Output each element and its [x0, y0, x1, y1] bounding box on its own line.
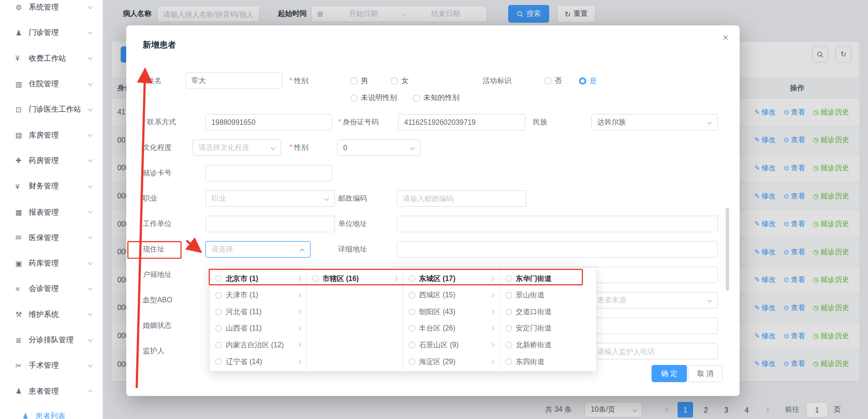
sidebar-item-surgery-management[interactable]: ✂ 手术管理 — [0, 353, 102, 378]
outpatient-management-icon: ♟ — [15, 29, 29, 37]
active-flag-radio-yes[interactable]: 是 — [579, 73, 597, 89]
cascader-option[interactable]: 丰台区 (26) — [403, 320, 499, 337]
cascader-option[interactable]: 石景山区 (9) — [403, 337, 499, 354]
radio-icon — [409, 358, 415, 365]
name-input[interactable] — [185, 73, 282, 89]
cascader-column-4: 东华门街道 景山街道 交道口街道 安定门街道 北新桥街道 东四街道 — [499, 268, 596, 371]
sidebar-item-pharmacy-management[interactable]: ✚ 药房管理 — [0, 148, 102, 173]
gender-code-select[interactable]: 0 — [337, 139, 421, 156]
cascader-option[interactable]: 辽宁省 (14) — [210, 353, 306, 370]
gender-radio-male[interactable]: 男 — [350, 73, 368, 89]
chevron-right-icon — [297, 360, 302, 364]
cascader-option[interactable]: 安定门街道 — [499, 320, 596, 337]
sidebar-item-report-management[interactable]: ▦ 报表管理 — [0, 199, 102, 225]
cascader-option[interactable]: 东城区 (17) — [403, 271, 499, 287]
guardian-label: 监护人 — [143, 343, 165, 360]
chevron-right-icon — [297, 276, 302, 281]
chevron-right-icon — [297, 293, 302, 298]
sidebar-item-system-management[interactable]: ⚙ 系统管理 — [0, 0, 102, 20]
occupation-select[interactable]: 职业 — [205, 190, 335, 207]
contact-input[interactable] — [205, 114, 332, 131]
gender-radio-unknown[interactable]: 未知的性别 — [413, 89, 459, 106]
report-management-icon: ▦ — [15, 208, 29, 216]
sidebar-item-patient-management[interactable]: ♟ 患者管理 — [0, 379, 102, 404]
cascader-option[interactable]: 市辖区 (16) — [306, 271, 402, 287]
chevron-down-icon — [87, 235, 93, 241]
current-address-select[interactable]: 请选择 — [205, 241, 310, 258]
sidebar-item-insurance-management[interactable]: ✉ 医保管理 — [0, 225, 102, 250]
education-select[interactable]: 请选择文化程度 — [193, 139, 281, 156]
cascader-option[interactable]: 交道口街道 — [499, 304, 596, 320]
chevron-right-icon — [490, 343, 495, 347]
sidebar-item-warehouse-management[interactable]: ▤ 库房管理 — [0, 123, 102, 148]
patient-source-select[interactable]: 患者来源 — [591, 292, 718, 309]
sidebar-item-drug-storage-management[interactable]: ▣ 药库管理 — [0, 251, 102, 276]
charging-workstation-icon: ¥ — [15, 54, 29, 63]
cascader-option[interactable]: 东华门街道 — [499, 271, 596, 287]
cascader-option[interactable]: 海淀区 (29) — [403, 353, 499, 370]
sidebar-item-maintenance-system[interactable]: ⚒ 维护系统 — [0, 302, 102, 327]
postal-code-input[interactable] — [397, 190, 526, 207]
cascader-option[interactable]: 朝阳区 (43) — [403, 304, 499, 320]
radio-icon — [505, 358, 512, 365]
sidebar-item-triage-queue-management[interactable]: ≣ 分诊排队管理 — [0, 327, 102, 353]
radio-icon — [409, 342, 415, 349]
sidebar-item-outpatient-doctor-workstation[interactable]: ⊡ 门诊医生工作站 — [0, 97, 102, 122]
drug-storage-management-icon: ▣ — [15, 259, 29, 267]
sidebar-item-outpatient-management[interactable]: ♟ 门诊管理 — [0, 20, 102, 45]
chevron-down-icon — [87, 363, 93, 369]
marital-status-input[interactable] — [591, 317, 718, 334]
chevron-right-icon — [297, 310, 302, 314]
detail-address-input[interactable] — [397, 241, 718, 258]
cascader-option[interactable]: 北京市 (1) — [210, 271, 306, 287]
cascader-option[interactable]: 河北省 (11) — [210, 304, 306, 320]
chevron-right-icon — [490, 360, 495, 364]
finance-management-icon: ¥ — [15, 182, 29, 191]
chevron-right-icon — [394, 276, 398, 281]
confirm-button[interactable]: 确 定 — [652, 365, 687, 382]
sidebar-item-finance-management[interactable]: ¥ 财务管理 — [0, 174, 102, 199]
surgery-management-icon: ✂ — [15, 361, 29, 370]
chevron-down-icon — [87, 209, 93, 215]
radio-icon — [215, 358, 222, 365]
close-icon[interactable]: × — [723, 32, 728, 44]
radio-icon — [505, 325, 512, 332]
chevron-down-icon — [270, 145, 276, 151]
add-patient-modal: 新增患者 × *姓名 *性别 男 女 活动标识 否 是 未说明性别 未知的性别 … — [126, 25, 740, 396]
chevron-down-icon — [87, 81, 93, 87]
id-number-input[interactable] — [398, 114, 525, 131]
inpatient-management-icon: ▥ — [15, 80, 29, 88]
cascader-option[interactable]: 天津市 (1) — [210, 287, 306, 304]
guardian-phone-input[interactable] — [591, 343, 718, 360]
cascader-option[interactable]: 北新桥街道 — [499, 337, 596, 354]
patient-icon: ♟ — [22, 412, 35, 419]
sidebar-item-inpatient-management[interactable]: ▥ 住院管理 — [0, 71, 102, 97]
insurance-management-icon: ✉ — [15, 233, 29, 242]
cascader-option[interactable]: 内蒙古自治区 (12) — [210, 337, 306, 354]
sidebar-item-consultation-management[interactable]: ≡ 会诊管理 — [0, 276, 102, 301]
sidebar-item-charging-workstation[interactable]: ¥ 收费工作站 — [0, 46, 102, 71]
chevron-down-icon — [707, 298, 713, 304]
cascader-option[interactable]: 西城区 (15) — [403, 287, 499, 304]
cascader-option[interactable]: 景山街道 — [499, 287, 596, 304]
radio-icon — [350, 94, 358, 102]
work-unit-input[interactable] — [205, 216, 335, 232]
chevron-down-icon — [409, 145, 415, 151]
gender-label: *性别 — [289, 73, 308, 89]
radio-checked-icon — [579, 77, 586, 84]
cascader-option[interactable]: 山西省 (11) — [210, 320, 306, 337]
cascader-option[interactable]: 东四街道 — [499, 353, 596, 370]
postal-code-label: 邮政编码 — [338, 190, 367, 207]
ethnicity-label: 民族 — [533, 114, 548, 131]
gender-radio-female[interactable]: 女 — [391, 73, 409, 89]
consultation-management-icon: ≡ — [15, 285, 29, 293]
cancel-button[interactable]: 取 消 — [688, 365, 723, 382]
modal-scrollbar[interactable] — [726, 208, 729, 291]
chevron-down-icon — [87, 311, 93, 317]
visit-card-input[interactable] — [205, 165, 332, 182]
gender-radio-unstated[interactable]: 未说明性别 — [350, 89, 397, 106]
ethnicity-select[interactable]: 达斡尔族 — [591, 114, 718, 131]
active-flag-radio-no[interactable]: 否 — [544, 73, 562, 89]
sidebar-item-patient-list[interactable]: ♟ 患者列表 — [0, 404, 102, 419]
unit-address-input[interactable] — [397, 216, 718, 232]
